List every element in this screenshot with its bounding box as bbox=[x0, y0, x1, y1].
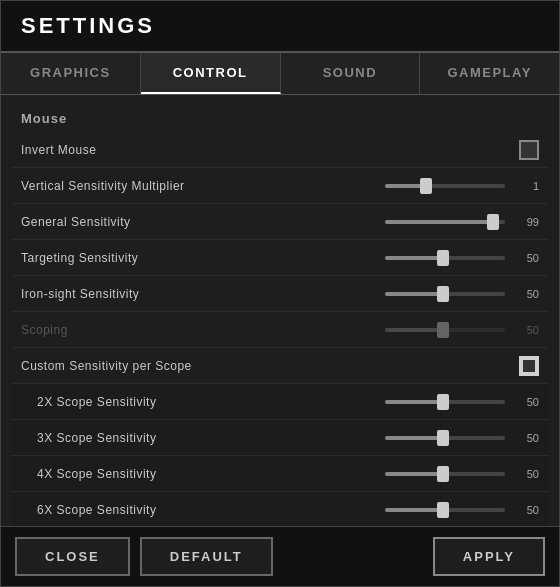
settings-header: SETTINGS bbox=[1, 1, 559, 53]
4x-scope-label: 4X Scope Sensitivity bbox=[37, 467, 385, 481]
4x-scope-track[interactable] bbox=[385, 472, 505, 476]
scoping-value: 50 bbox=[511, 324, 539, 336]
3x-scope-thumb[interactable] bbox=[437, 430, 449, 446]
tab-control[interactable]: CONTROL bbox=[141, 53, 281, 94]
row-3x-scope: 3X Scope Sensitivity 50 bbox=[11, 420, 549, 456]
general-sensitivity-fill bbox=[385, 220, 493, 224]
6x-scope-track[interactable] bbox=[385, 508, 505, 512]
row-4x-scope: 4X Scope Sensitivity 50 bbox=[11, 456, 549, 492]
vertical-sensitivity-thumb[interactable] bbox=[420, 178, 432, 194]
vertical-sensitivity-label: Vertical Sensitivity Multiplier bbox=[21, 179, 385, 193]
general-sensitivity-label: General Sensitivity bbox=[21, 215, 385, 229]
row-vertical-sensitivity: Vertical Sensitivity Multiplier 1 bbox=[11, 168, 549, 204]
3x-scope-fill bbox=[385, 436, 443, 440]
general-sensitivity-track[interactable] bbox=[385, 220, 505, 224]
iron-sight-sensitivity-label: Iron-sight Sensitivity bbox=[21, 287, 385, 301]
checkbox-inner bbox=[523, 360, 535, 372]
targeting-sensitivity-value: 50 bbox=[511, 252, 539, 264]
iron-sight-fill bbox=[385, 292, 443, 296]
3x-scope-label: 3X Scope Sensitivity bbox=[37, 431, 385, 445]
vertical-sensitivity-value: 1 bbox=[511, 180, 539, 192]
row-invert-mouse: Invert Mouse bbox=[11, 132, 549, 168]
4x-scope-value: 50 bbox=[511, 468, 539, 480]
targeting-sensitivity-label: Targeting Sensitivity bbox=[21, 251, 385, 265]
tabs-bar: GRAPHICS CONTROL SOUND GAMEPLAY bbox=[1, 53, 559, 95]
footer-spacer bbox=[283, 537, 423, 576]
scoping-slider-container: 50 bbox=[385, 324, 539, 336]
2x-scope-fill bbox=[385, 400, 443, 404]
row-6x-scope: 6X Scope Sensitivity 50 bbox=[11, 492, 549, 526]
vertical-sensitivity-slider-container: 1 bbox=[385, 180, 539, 192]
custom-sensitivity-per-scope-checkbox[interactable] bbox=[519, 356, 539, 376]
row-scoping: Scoping 50 bbox=[11, 312, 549, 348]
footer: CLOSE DEFAULT APPLY bbox=[1, 526, 559, 586]
general-sensitivity-slider-container: 99 bbox=[385, 216, 539, 228]
4x-scope-thumb[interactable] bbox=[437, 466, 449, 482]
targeting-sensitivity-slider-container: 50 bbox=[385, 252, 539, 264]
3x-scope-track[interactable] bbox=[385, 436, 505, 440]
2x-scope-slider-container: 50 bbox=[385, 396, 539, 408]
4x-scope-slider-container: 50 bbox=[385, 468, 539, 480]
2x-scope-track[interactable] bbox=[385, 400, 505, 404]
2x-scope-thumb[interactable] bbox=[437, 394, 449, 410]
row-2x-scope: 2X Scope Sensitivity 50 bbox=[11, 384, 549, 420]
scoping-label: Scoping bbox=[21, 323, 385, 337]
content-area: Mouse Invert Mouse Vertical Sensitivity … bbox=[1, 95, 559, 526]
scoping-thumb bbox=[437, 322, 449, 338]
default-button[interactable]: DEFAULT bbox=[140, 537, 273, 576]
targeting-sensitivity-track[interactable] bbox=[385, 256, 505, 260]
6x-scope-thumb[interactable] bbox=[437, 502, 449, 518]
section-mouse-label: Mouse bbox=[11, 105, 549, 132]
close-button[interactable]: CLOSE bbox=[15, 537, 130, 576]
iron-sight-thumb[interactable] bbox=[437, 286, 449, 302]
row-general-sensitivity: General Sensitivity 99 bbox=[11, 204, 549, 240]
settings-window: SETTINGS GRAPHICS CONTROL SOUND GAMEPLAY… bbox=[0, 0, 560, 587]
row-iron-sight-sensitivity: Iron-sight Sensitivity 50 bbox=[11, 276, 549, 312]
2x-scope-value: 50 bbox=[511, 396, 539, 408]
6x-scope-slider-container: 50 bbox=[385, 504, 539, 516]
invert-mouse-checkbox[interactable] bbox=[519, 140, 539, 160]
3x-scope-slider-container: 50 bbox=[385, 432, 539, 444]
6x-scope-label: 6X Scope Sensitivity bbox=[37, 503, 385, 517]
row-custom-sensitivity-per-scope: Custom Sensitivity per Scope bbox=[11, 348, 549, 384]
custom-sensitivity-per-scope-label: Custom Sensitivity per Scope bbox=[21, 359, 519, 373]
4x-scope-fill bbox=[385, 472, 443, 476]
invert-mouse-label: Invert Mouse bbox=[21, 143, 519, 157]
6x-scope-value: 50 bbox=[511, 504, 539, 516]
iron-sight-slider-container: 50 bbox=[385, 288, 539, 300]
3x-scope-value: 50 bbox=[511, 432, 539, 444]
targeting-sensitivity-fill bbox=[385, 256, 443, 260]
iron-sight-track[interactable] bbox=[385, 292, 505, 296]
row-targeting-sensitivity: Targeting Sensitivity 50 bbox=[11, 240, 549, 276]
scoping-fill bbox=[385, 328, 443, 332]
iron-sight-value: 50 bbox=[511, 288, 539, 300]
6x-scope-fill bbox=[385, 508, 443, 512]
tab-graphics[interactable]: GRAPHICS bbox=[1, 53, 141, 94]
tab-sound[interactable]: SOUND bbox=[281, 53, 421, 94]
2x-scope-label: 2X Scope Sensitivity bbox=[37, 395, 385, 409]
vertical-sensitivity-track[interactable] bbox=[385, 184, 505, 188]
targeting-sensitivity-thumb[interactable] bbox=[437, 250, 449, 266]
settings-title: SETTINGS bbox=[21, 13, 155, 38]
apply-button[interactable]: APPLY bbox=[433, 537, 545, 576]
general-sensitivity-value: 99 bbox=[511, 216, 539, 228]
scoping-track bbox=[385, 328, 505, 332]
tab-gameplay[interactable]: GAMEPLAY bbox=[420, 53, 559, 94]
general-sensitivity-thumb[interactable] bbox=[487, 214, 499, 230]
